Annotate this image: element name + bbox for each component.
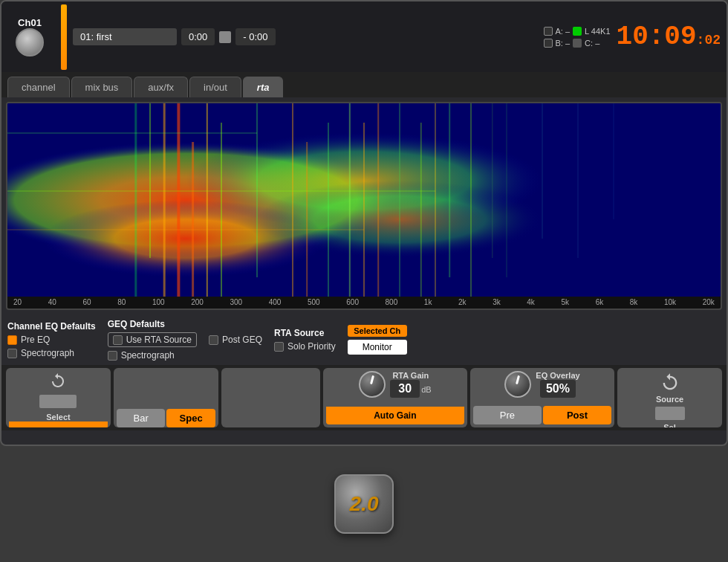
ch-spectrograph-checkbox[interactable] <box>7 349 17 358</box>
svg-rect-29 <box>7 132 257 134</box>
solo-priority-label: Solo Priority <box>287 341 336 352</box>
source-sel-top: Source Sel <box>655 372 685 427</box>
bottom-buttons: Select Set Bar Spec RTA Gain 30 dB <box>1 365 727 430</box>
fader-knob[interactable] <box>16 28 44 56</box>
meter-c-label: C: – <box>585 39 599 48</box>
meter-block: A: – L 44K1 B: – C: – <box>544 27 611 48</box>
tab-channel[interactable]: channel <box>7 77 70 97</box>
geq-defaults: GEQ Defaults Use RTA Source Spectrograph <box>108 319 197 361</box>
source-label: Source <box>656 395 683 404</box>
channel-label: Ch01 <box>18 17 42 28</box>
geq-spectrograph-row[interactable]: Spectrograph <box>108 350 197 361</box>
select-label: Select <box>46 413 70 422</box>
ch-spectrograph-label: Spectrograph <box>21 348 74 358</box>
meter-c-led <box>573 39 582 48</box>
source-rotate-icon <box>660 372 680 393</box>
spectrograph-container: 20 40 60 80 100 200 300 400 500 600 800 … <box>6 102 722 310</box>
meter-a-check <box>544 27 553 36</box>
post-button[interactable]: Post <box>543 406 611 424</box>
version-badge: 2.0 <box>334 474 394 534</box>
track-name: 01: first <box>73 28 177 45</box>
stop-button[interactable] <box>219 31 231 43</box>
channel-block: Ch01 <box>7 17 52 56</box>
rta-gain-panel: RTA Gain 30 dB Auto Gain <box>323 368 467 427</box>
rotate-icon <box>49 372 67 390</box>
tab-rta[interactable]: rta <box>243 77 284 97</box>
post-geq-checkbox[interactable] <box>209 335 218 345</box>
svg-rect-30 <box>7 190 435 192</box>
auto-gain-button[interactable]: Auto Gain <box>326 407 464 424</box>
nav-tabs: channel mix bus aux/fx in/out rta <box>1 72 727 97</box>
use-rta-source-checkbox[interactable] <box>113 335 123 345</box>
meter-b-label: B: – <box>556 39 571 48</box>
ch-spectrograph-row[interactable]: Spectrograph <box>7 348 96 358</box>
set-button[interactable]: Set <box>9 422 108 427</box>
pre-eq-row[interactable]: Pre EQ <box>7 335 96 345</box>
monitor-box: Monitor <box>348 340 407 355</box>
pre-eq-checkbox[interactable] <box>7 335 17 345</box>
eq-pre-post-buttons: Pre Post <box>473 406 611 424</box>
channel-eq-defaults: Channel EQ Defaults Pre EQ Spectrograph <box>7 321 96 358</box>
rta-gain-knob[interactable] <box>359 371 386 398</box>
channel-eq-title: Channel EQ Defaults <box>7 321 96 332</box>
device-frame: Ch01 01: first 0:00 - 0:00 A: – L 44K1 B… <box>0 0 728 446</box>
spectrograph-canvas <box>7 103 721 297</box>
rta-gain-label: RTA Gain <box>392 371 429 380</box>
geq-title: GEQ Defaults <box>108 319 197 329</box>
solo-priority-checkbox[interactable] <box>274 342 284 352</box>
tab-inout[interactable]: in/out <box>189 77 241 97</box>
tab-mixbus[interactable]: mix bus <box>71 77 133 97</box>
rta-source-group: RTA Source Solo Priority <box>274 328 336 352</box>
spec-button[interactable]: Spec <box>166 409 215 427</box>
eq-overlay-label: EQ Overlay <box>536 371 579 380</box>
transport-block: 01: first 0:00 - 0:00 <box>73 28 538 45</box>
frequency-axis: 20 40 60 80 100 200 300 400 500 600 800 … <box>7 297 721 308</box>
version-text: 2.0 <box>350 492 379 516</box>
select-box <box>39 395 77 408</box>
pre-button[interactable]: Pre <box>473 406 542 424</box>
select-set-panel: Select Set <box>6 368 111 427</box>
tab-auxfx[interactable]: aux/fx <box>134 77 188 97</box>
use-rta-source-row[interactable]: Use RTA Source <box>108 332 197 347</box>
clock-seconds: :02 <box>697 33 721 48</box>
meter-l-led <box>573 27 582 36</box>
eq-overlay-panel: EQ Overlay 50% Pre Post <box>470 368 614 427</box>
bar-spec-panel: Bar Spec <box>114 368 218 427</box>
header: Ch01 01: first 0:00 - 0:00 A: – L 44K1 B… <box>1 1 727 72</box>
post-geq-row[interactable]: Post GEQ <box>209 335 262 345</box>
level-bar <box>61 4 67 70</box>
bar-button[interactable]: Bar <box>117 409 165 427</box>
rta-source-title: RTA Source <box>274 328 336 338</box>
controls-row: Channel EQ Defaults Pre EQ Spectrograph … <box>1 314 727 365</box>
meter-b-check <box>544 39 553 48</box>
solo-priority-row[interactable]: Solo Priority <box>274 341 336 352</box>
sel-box <box>655 407 685 420</box>
selected-ch-block: Selected Ch Monitor <box>348 325 407 355</box>
post-geq-group: Post GEQ <box>209 335 262 345</box>
source-sel-panel: Source Sel Set <box>617 368 722 427</box>
eq-overlay-value: 50% <box>540 380 576 398</box>
geq-spectrograph-checkbox[interactable] <box>108 351 117 361</box>
clock-main: 10:09 <box>617 22 697 52</box>
sel-label: Sel <box>663 423 676 427</box>
version-badge-area: 2.0 <box>0 446 728 562</box>
select-set-top: Select <box>9 372 108 422</box>
pre-eq-label: Pre EQ <box>21 335 50 345</box>
rta-gain-value: 30 <box>390 380 420 398</box>
eq-overlay-knob[interactable] <box>504 371 531 398</box>
geq-spectrograph-label: Spectrograph <box>121 350 175 361</box>
timecode: 0:00 <box>181 28 215 45</box>
clock: 10:09 :02 <box>617 22 721 52</box>
empty-panel <box>221 368 320 427</box>
selected-ch-badge: Selected Ch <box>348 325 407 337</box>
neg-timecode: - 0:00 <box>235 28 275 45</box>
svg-rect-31 <box>7 229 364 230</box>
use-rta-source-label: Use RTA Source <box>126 335 192 345</box>
meter-l-label: L 44K1 <box>585 27 610 36</box>
post-geq-label: Post GEQ <box>222 335 262 345</box>
rta-gain-unit: dB <box>421 385 431 394</box>
bar-spec-buttons: Bar Spec <box>117 409 215 427</box>
meter-a-label: A: – <box>556 27 571 36</box>
